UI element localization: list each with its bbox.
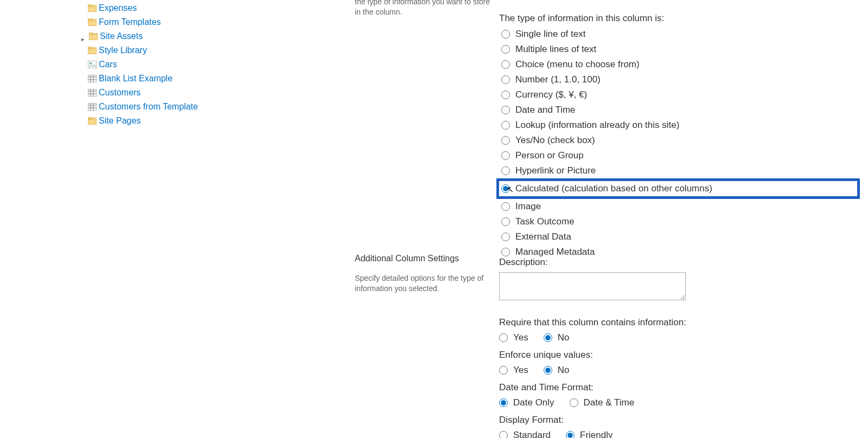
require-yes-radio[interactable] xyxy=(499,333,508,342)
column-type-radio[interactable] xyxy=(501,136,510,145)
description-textarea[interactable] xyxy=(499,272,686,300)
picture-library-icon xyxy=(88,60,97,69)
column-type-option[interactable]: Task Outcome xyxy=(499,216,857,228)
column-type-option-label[interactable]: Lookup (information already on this site… xyxy=(515,120,679,131)
nav-item-form-templates[interactable]: Form Templates xyxy=(88,15,304,29)
column-type-option[interactable]: Image xyxy=(499,201,857,212)
column-type-radio[interactable] xyxy=(501,45,510,54)
column-type-option-label[interactable]: Yes/No (check box) xyxy=(515,135,595,146)
svg-rect-28 xyxy=(88,117,92,119)
column-type-option[interactable]: Yes/No (check box) xyxy=(499,134,857,146)
folder-icon xyxy=(88,18,97,27)
nav-item-label: Customers from Template xyxy=(99,102,198,112)
column-type-option-label[interactable]: Single line of text xyxy=(515,29,585,40)
require-info-group: Yes No xyxy=(499,332,857,343)
column-type-option-label[interactable]: Hyperlink or Picture xyxy=(515,165,596,176)
standard-radio[interactable] xyxy=(499,431,508,438)
column-type-option[interactable]: Choice (menu to choose from) xyxy=(499,59,857,70)
column-type-option[interactable]: Multiple lines of text xyxy=(499,43,857,55)
column-type-option-label[interactable]: Image xyxy=(515,201,541,212)
column-type-option[interactable]: Lookup (information already on this site… xyxy=(499,119,857,131)
column-type-option-label[interactable]: External Data xyxy=(515,231,571,242)
column-type-radio[interactable] xyxy=(501,202,510,211)
column-type-option-label[interactable]: Managed Metadata xyxy=(515,247,595,257)
description-label: Description: xyxy=(499,257,857,268)
column-type-radio[interactable] xyxy=(501,91,510,99)
nav-item-blank-list-example[interactable]: Blank List Example xyxy=(88,72,304,86)
svg-rect-22 xyxy=(88,103,97,111)
enforce-unique-label: Enforce unique values: xyxy=(499,350,857,360)
column-type-radio[interactable] xyxy=(501,217,510,226)
date-and-time-radio[interactable] xyxy=(570,398,578,407)
column-type-option[interactable]: Currency ($, ¥, €) xyxy=(499,89,857,101)
friendly-radio[interactable] xyxy=(566,431,575,438)
nav-item-cars[interactable]: Cars xyxy=(88,57,304,72)
column-type-radio[interactable] xyxy=(501,75,510,84)
date-and-time-label[interactable]: Date & Time xyxy=(584,397,635,408)
column-type-option[interactable]: Managed Metadata xyxy=(499,246,857,258)
site-nav-tree: DocumentsExpensesForm TemplatesSite Asse… xyxy=(76,0,304,128)
nav-item-label: Site Assets xyxy=(100,31,143,41)
unique-yes-label[interactable]: Yes xyxy=(513,365,528,376)
nav-item-site-pages[interactable]: Site Pages xyxy=(88,114,304,128)
nav-item-site-assets[interactable]: Site Assets xyxy=(81,29,304,43)
nav-item-label: Site Pages xyxy=(99,116,141,126)
column-type-option-label[interactable]: Choice (menu to choose from) xyxy=(515,59,640,70)
svg-rect-12 xyxy=(88,75,97,82)
standard-label[interactable]: Standard xyxy=(513,430,551,438)
friendly-label[interactable]: Friendly xyxy=(580,430,612,438)
nav-item-label: Customers xyxy=(99,88,141,98)
unique-yes-radio[interactable] xyxy=(499,366,508,375)
column-type-option[interactable]: Hyperlink or Picture xyxy=(499,165,857,177)
unique-no-radio[interactable] xyxy=(544,366,552,375)
svg-rect-7 xyxy=(89,33,93,35)
svg-rect-9 xyxy=(88,47,92,49)
column-type-option[interactable]: Number (1, 1.0, 100) xyxy=(499,74,857,86)
column-type-option[interactable]: Date and Time xyxy=(499,104,857,116)
nav-item-label: Style Library xyxy=(99,46,147,55)
column-type-option-label[interactable]: Currency ($, ¥, €) xyxy=(515,89,587,100)
require-no-label[interactable]: No xyxy=(558,332,570,343)
column-type-radio[interactable] xyxy=(501,151,510,160)
svg-rect-5 xyxy=(88,18,92,21)
date-only-label[interactable]: Date Only xyxy=(513,397,554,408)
column-type-radio[interactable] xyxy=(501,184,510,193)
additional-settings-title: Additional Column Settings xyxy=(355,254,459,263)
list-icon xyxy=(88,88,97,97)
column-type-radio[interactable] xyxy=(501,233,510,241)
nav-item-style-library[interactable]: Style Library xyxy=(88,43,304,57)
column-type-option-label[interactable]: Number (1, 1.0, 100) xyxy=(515,74,601,85)
column-type-option-label[interactable]: Person or Group xyxy=(515,150,584,161)
column-type-radio[interactable] xyxy=(501,60,510,69)
nav-item-customers-from-template[interactable]: Customers from Template xyxy=(88,100,304,114)
column-type-option[interactable]: External Data xyxy=(499,231,857,243)
column-type-radio[interactable] xyxy=(501,248,510,256)
folder-icon xyxy=(88,117,97,125)
column-type-option[interactable]: Calculated (calculation based on other c… xyxy=(499,181,857,196)
column-type-option-label[interactable]: Calculated (calculation based on other c… xyxy=(515,183,712,194)
column-type-option-label[interactable]: Multiple lines of text xyxy=(515,44,596,55)
column-type-radio[interactable] xyxy=(501,121,510,130)
require-no-radio[interactable] xyxy=(544,333,552,342)
svg-rect-17 xyxy=(88,89,97,96)
require-yes-label[interactable]: Yes xyxy=(513,332,528,343)
date-only-radio[interactable] xyxy=(499,398,508,407)
column-type-section: The type of information in this column i… xyxy=(499,13,857,258)
column-name-type-help: the type of information you want to stor… xyxy=(355,0,490,17)
enforce-unique-group: Yes No xyxy=(499,365,857,376)
unique-no-label[interactable]: No xyxy=(558,365,570,376)
column-type-option[interactable]: Single line of text xyxy=(499,28,857,40)
nav-item-customers[interactable]: Customers xyxy=(88,86,304,100)
nav-item-expenses[interactable]: Expenses xyxy=(88,1,304,15)
column-type-option[interactable]: Person or Group xyxy=(499,150,857,162)
column-type-radio[interactable] xyxy=(501,166,510,175)
column-type-option-label[interactable]: Task Outcome xyxy=(515,216,575,227)
column-type-radio[interactable] xyxy=(501,106,510,114)
column-type-radio[interactable] xyxy=(501,30,510,38)
additional-settings-form: Description: Require that this column co… xyxy=(499,257,857,438)
tree-caret-icon[interactable] xyxy=(81,34,87,39)
display-format-label: Display Format: xyxy=(499,415,857,426)
nav-item-label: Expenses xyxy=(99,3,137,13)
list-icon xyxy=(88,74,97,83)
column-type-option-label[interactable]: Date and Time xyxy=(515,105,576,115)
